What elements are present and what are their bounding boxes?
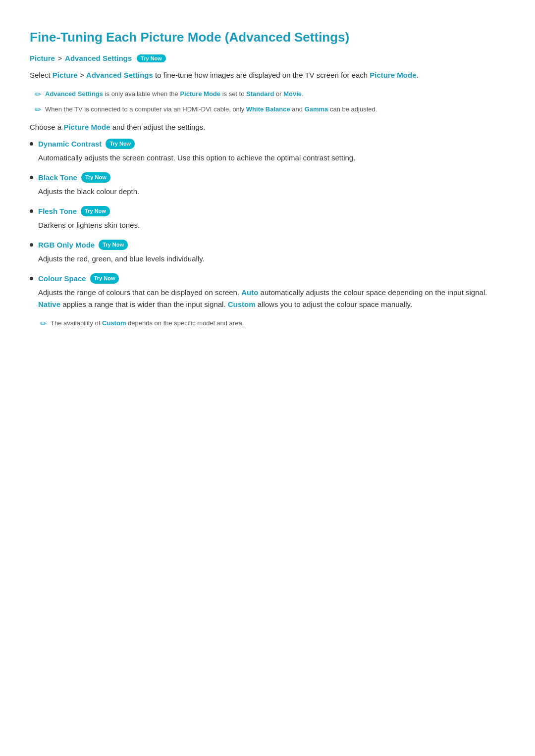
bullet-content-black-tone: Black Tone Try Now Adjusts the black col… <box>38 172 505 205</box>
rgb-only-mode-try-now[interactable]: Try Now <box>99 240 128 251</box>
rgb-only-mode-label[interactable]: RGB Only Mode <box>38 239 95 251</box>
rgb-only-mode-description: Adjusts the red, green, and blue levels … <box>38 253 505 265</box>
black-tone-try-now[interactable]: Try Now <box>81 172 110 183</box>
note-2-icon: ✏ <box>35 105 41 114</box>
colour-space-description: Adjusts the range of colours that can be… <box>38 287 505 310</box>
bullet-heading-flesh-tone: Flesh Tone Try Now <box>38 205 505 217</box>
note-1-icon: ✏ <box>35 90 41 99</box>
nested-note-text: The availability of Custom depends on th… <box>51 318 244 329</box>
bullet-dot <box>30 243 33 247</box>
breadcrumb: Picture > Advanced Settings Try Now <box>30 54 505 62</box>
breadcrumb-separator: > <box>58 54 62 62</box>
note-1-movie: Movie <box>283 90 302 98</box>
dynamic-contrast-label[interactable]: Dynamic Contrast <box>38 138 102 150</box>
dynamic-contrast-description: Automatically adjusts the screen contras… <box>38 152 505 164</box>
breadcrumb-advanced-settings[interactable]: Advanced Settings <box>65 54 132 62</box>
note-2-white-balance: White Balance <box>246 105 290 113</box>
bullet-content-flesh-tone: Flesh Tone Try Now Darkens or lightens s… <box>38 205 505 239</box>
list-item-rgb-only-mode: RGB Only Mode Try Now Adjusts the red, g… <box>30 239 505 273</box>
black-tone-description: Adjusts the black colour depth. <box>38 186 505 198</box>
list-item-dynamic-contrast: Dynamic Contrast Try Now Automatically a… <box>30 138 505 172</box>
note-1: ✏ Advanced Settings is only available wh… <box>30 89 505 100</box>
intro-text: Select Picture > Advanced Settings to fi… <box>30 69 505 81</box>
bullet-dot <box>30 176 33 179</box>
bullet-dot <box>30 142 33 146</box>
dynamic-contrast-try-now[interactable]: Try Now <box>106 139 135 150</box>
intro-picture-link[interactable]: Picture <box>53 71 78 79</box>
flesh-tone-label[interactable]: Flesh Tone <box>38 205 77 217</box>
colour-space-custom: Custom <box>228 300 256 308</box>
bullet-content-colour-space: Colour Space Try Now Adjusts the range o… <box>38 273 505 334</box>
note-1-picture-mode: Picture Mode <box>180 90 220 98</box>
note-2-gamma: Gamma <box>305 105 328 113</box>
list-item-flesh-tone: Flesh Tone Try Now Darkens or lightens s… <box>30 205 505 239</box>
colour-space-auto: Auto <box>241 288 258 297</box>
note-1-advanced-settings: Advanced Settings <box>45 90 103 98</box>
bullet-dot <box>30 277 33 280</box>
nested-note-icon: ✏ <box>40 319 47 328</box>
colour-space-nested-note: ✏ The availability of Custom depends on … <box>38 318 505 329</box>
bullet-heading-colour-space: Colour Space Try Now <box>38 273 505 285</box>
intro-advanced-settings-link[interactable]: Advanced Settings <box>86 71 153 79</box>
breadcrumb-picture[interactable]: Picture <box>30 54 55 62</box>
bullet-heading-black-tone: Black Tone Try Now <box>38 172 505 184</box>
colour-space-label[interactable]: Colour Space <box>38 273 86 285</box>
note-1-text: Advanced Settings is only available when… <box>45 89 304 100</box>
flesh-tone-description: Darkens or lightens skin tones. <box>38 219 505 231</box>
list-item-black-tone: Black Tone Try Now Adjusts the black col… <box>30 172 505 205</box>
colour-space-native: Native <box>38 300 60 308</box>
bullet-content-dynamic-contrast: Dynamic Contrast Try Now Automatically a… <box>38 138 505 172</box>
black-tone-label[interactable]: Black Tone <box>38 172 77 184</box>
intro-picture-mode-link[interactable]: Picture Mode <box>370 71 416 79</box>
note-2: ✏ When the TV is connected to a computer… <box>30 104 505 115</box>
choose-text: Choose a Picture Mode and then adjust th… <box>30 123 505 131</box>
bullet-content-rgb-only-mode: RGB Only Mode Try Now Adjusts the red, g… <box>38 239 505 273</box>
flesh-tone-try-now[interactable]: Try Now <box>81 206 110 217</box>
bullet-list: Dynamic Contrast Try Now Automatically a… <box>30 138 505 334</box>
nested-note-custom: Custom <box>102 319 126 327</box>
breadcrumb-try-now-badge[interactable]: Try Now <box>137 54 166 62</box>
list-item-colour-space: Colour Space Try Now Adjusts the range o… <box>30 273 505 334</box>
colour-space-try-now[interactable]: Try Now <box>90 273 119 284</box>
bullet-heading-rgb-only-mode: RGB Only Mode Try Now <box>38 239 505 251</box>
bullet-heading-dynamic-contrast: Dynamic Contrast Try Now <box>38 138 505 150</box>
note-1-standard: Standard <box>246 90 274 98</box>
choose-picture-mode: Picture Mode <box>63 123 110 131</box>
note-2-text: When the TV is connected to a computer v… <box>45 104 377 115</box>
bullet-dot <box>30 209 33 213</box>
page-title: Fine-Tuning Each Picture Mode (Advanced … <box>30 30 505 45</box>
